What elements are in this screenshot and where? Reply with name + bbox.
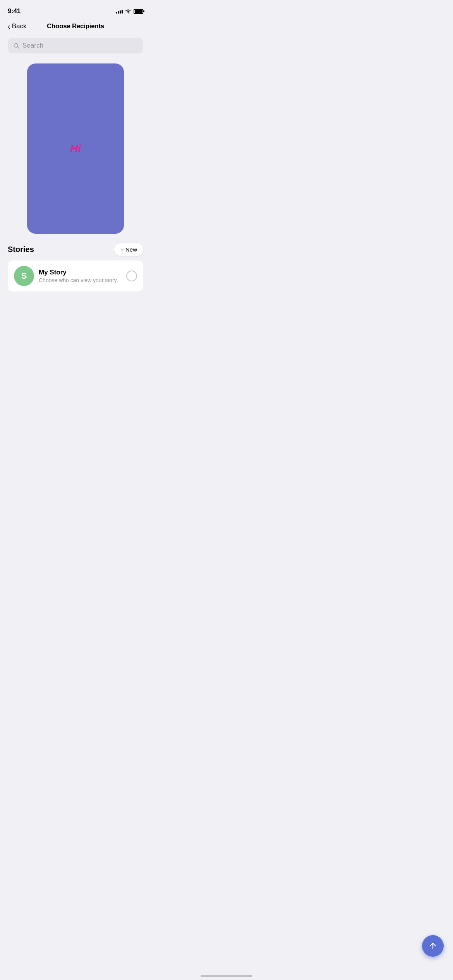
page-title: Choose Recipients [47,22,104,30]
back-label: Back [12,22,27,30]
story-select-toggle[interactable] [126,271,137,281]
back-chevron-icon: ‹ [8,22,10,30]
story-info: My Story Choose who can view your story [39,269,122,283]
search-container: Search [0,35,151,60]
new-story-button[interactable]: + New [114,243,143,256]
svg-line-1 [17,47,19,48]
story-card-text: Hi [70,142,81,155]
battery-icon [134,9,143,14]
signal-icon [116,9,123,14]
status-icons [116,9,143,14]
nav-bar: ‹ Back Choose Recipients [0,19,151,35]
story-card: Hi [27,63,124,234]
avatar: S [14,266,34,286]
avatar-letter: S [21,271,27,281]
search-bar[interactable]: Search [8,38,143,53]
story-list: S My Story Choose who can view your stor… [8,260,143,291]
search-placeholder: Search [22,42,43,50]
back-button[interactable]: ‹ Back [8,22,26,30]
status-bar: 9:41 [0,0,151,19]
search-icon [13,43,19,49]
story-name: My Story [39,269,122,276]
story-item[interactable]: S My Story Choose who can view your stor… [8,260,143,291]
stories-title: Stories [8,245,34,254]
stories-section: Stories + New S My Story Choose who can … [0,243,151,291]
status-time: 9:41 [8,7,21,15]
story-subtitle: Choose who can view your story [39,277,122,283]
wifi-icon [125,9,131,14]
stories-header: Stories + New [8,243,143,256]
story-preview-container: Hi [0,60,151,243]
